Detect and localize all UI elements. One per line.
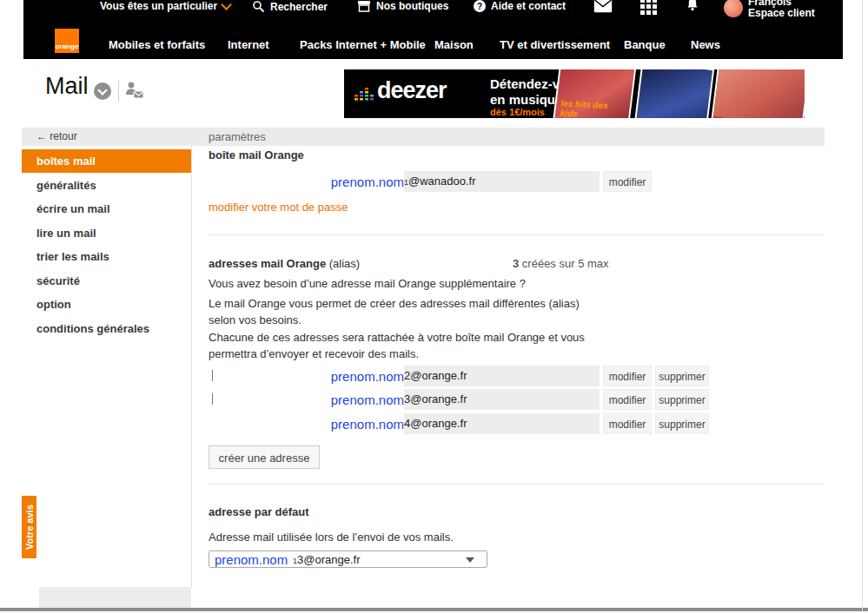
mail-switcher-button[interactable] [94,82,111,100]
delete-alias-button[interactable]: supprimer [655,413,709,434]
nav-tv-et-divertissement[interactable]: TV et divertissement [500,38,610,51]
sidebar-item-trier-les-mails[interactable]: trier les mails [22,245,191,268]
email-local-part: prenom.nom [331,392,404,407]
envelope-icon [593,0,613,13]
aliases-title-suffix: (alias) [326,257,360,270]
sidebar-footer-block [39,587,191,609]
orange-logo-text: orange [56,43,79,50]
email-local-part: prenom.nom [331,417,404,432]
change-password-link[interactable]: modifier votre mot de passe [209,201,348,214]
default-address-select[interactable]: prenom.nom 13@orange.fr [209,550,487,568]
aliases-title-bold: adresses mail Orange [209,257,326,270]
search-label: Rechercher [270,1,328,13]
nav-maison[interactable]: Maison [434,38,474,51]
nav-packs-internet-mobile[interactable]: Packs Internet + Mobile [300,38,426,51]
modify-mailbox-button[interactable]: modifier [603,171,652,192]
orange-logo[interactable]: orange [55,29,79,53]
aliases-section-title: adresses mail Orange (alias) [209,257,360,270]
orange-mail-settings-page: Vous êtes un particulier Rechercher Nos … [0,0,868,613]
sidebar-item-ecrire-un-mail[interactable]: écrire un mail [22,197,191,221]
section-divider [209,234,825,235]
alias-count: 3 créées sur 5 max [513,257,609,270]
email-local-part: prenom.nom [331,369,404,384]
email-domain-part: 2@orange.fr [404,366,467,386]
stores-button[interactable]: Nos boutiques [357,0,448,12]
settings-header-bar: ← retour paramètres [22,128,825,146]
alias-email-field[interactable]: prenom.nom 4@orange.fr [209,413,600,434]
email-domain-part: 3@orange.fr [404,389,467,410]
alias-email-field[interactable]: prenom.nom 3@orange.fr [209,389,600,410]
deezer-wordmark: deezer [377,77,447,104]
user-account-button[interactable]: François Espace client [724,0,815,19]
chevron-down-icon [221,0,232,10]
delete-alias-button[interactable]: supprimer [655,389,709,410]
page-title: paramètres [209,128,266,146]
audience-label: Vous êtes un particulier [100,0,217,12]
banner-price: dès 1€/mois [490,107,545,117]
search-icon [252,0,265,13]
back-label: retour [50,130,76,142]
feedback-tab[interactable]: Votre avis [22,496,36,558]
banner-tile-text: les hits des kids [560,98,608,118]
nav-mobiles-et-forfaits[interactable]: Mobiles et forfaits [109,38,205,51]
back-button[interactable]: ← retour [36,128,77,146]
alias-description-1: Vous avez besoin d’une adresse mail Oran… [209,275,608,292]
apps-grid-button[interactable] [640,0,657,15]
contacts-icon[interactable] [124,81,145,100]
help-button[interactable]: ? Aide et contact [474,0,566,12]
sidebar-item-boites-mail[interactable]: boîtes mail [22,149,191,173]
nav-banque[interactable]: Banque [624,38,666,51]
delete-alias-button[interactable]: supprimer [655,366,709,386]
stores-label: Nos boutiques [376,0,448,12]
deezer-ad-banner[interactable]: deezer Détendez-vous en musique dès 1€/m… [344,69,805,118]
default-address-title: adresse par défaut [209,505,309,518]
banner-photo-girl [710,69,805,118]
modify-alias-button[interactable]: modifier [603,389,652,410]
banner-photo-duo [634,69,714,118]
select-arrow-icon [466,557,474,563]
help-icon: ? [474,0,486,12]
caret-artifact [212,393,213,405]
redacted-email-overlay: prenom.nom [209,413,404,434]
email-local-part: prenom.nom [331,175,404,189]
nav-internet[interactable]: Internet [228,38,269,51]
audience-selector[interactable]: Vous êtes un particulier [100,0,230,12]
page-right-edge [862,0,863,613]
orange-mailbox-email-field[interactable]: prenom.nom 1@wanadoo.fr [209,171,600,192]
sidebar-item-generalites[interactable]: généralités [22,174,191,197]
notifications-bell-button[interactable] [686,0,699,13]
sidebar-item-securite[interactable]: sécurité [22,269,191,293]
modify-alias-button[interactable]: modifier [603,413,652,434]
email-domain-part: 1@wanadoo.fr [404,171,476,192]
deezer-logo-icon [354,84,374,103]
modify-alias-button[interactable]: modifier [603,366,652,386]
alias-description-2: Le mail Orange vous permet de créer des … [209,295,608,328]
search-button[interactable]: Rechercher [252,0,328,13]
alias-description-3: Chacune de ces adresses sera rattachée à… [209,329,608,362]
banner-photo-kids: les hits des kids [553,69,637,118]
sidebar-item-lire-un-mail[interactable]: lire un mail [22,221,191,245]
default-address-description: Adresse mail utilisée lors de l’envoi de… [209,529,608,545]
store-icon [357,0,371,12]
app-title: Mail [45,73,89,100]
sidebar-divider [191,146,192,587]
page-bottom-bar [0,608,868,611]
email-domain-part: 4@orange.fr [404,413,467,434]
album-covers [712,116,760,118]
nav-news[interactable]: News [691,38,720,51]
alias-count-text: créées sur 5 max [519,257,608,270]
select-email-local-part: prenom.nom [215,552,288,567]
redacted-email-overlay: prenom.nom [209,389,404,410]
redacted-email-overlay: prenom.nom [209,171,404,192]
help-label: Aide et contact [491,0,566,12]
bell-icon [686,0,699,13]
mailbox-section-title: boîte mail Orange [209,148,304,161]
alias-email-field[interactable]: prenom.nom 2@orange.fr [209,366,600,386]
user-area-label: Espace client [748,8,815,19]
section-divider [209,484,825,484]
create-alias-button[interactable]: créer une adresse [209,445,320,469]
top-navigation: Vous êtes un particulier Rechercher Nos … [23,0,843,59]
sidebar-item-conditions-generales[interactable]: conditions générales [22,317,191,340]
select-email-domain-part: 13@orange.fr [293,553,360,566]
sidebar-item-option[interactable]: option [22,293,191,316]
